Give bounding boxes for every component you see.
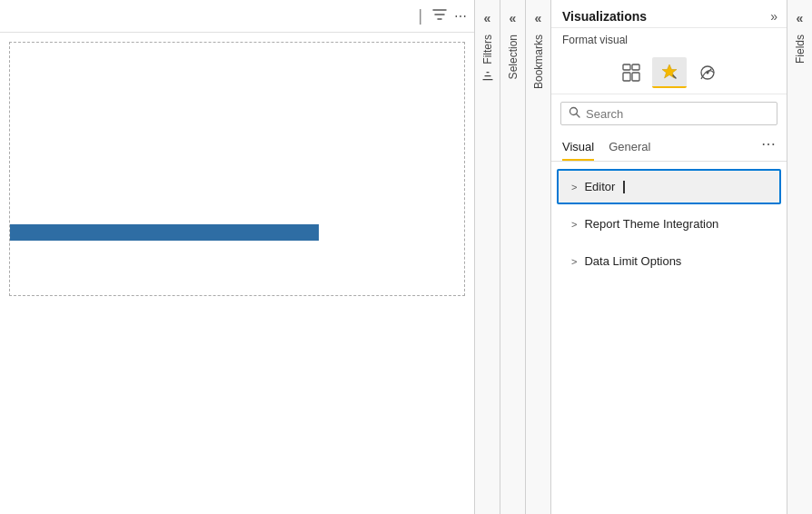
accordion-data-limit-label: Data Limit Options — [584, 254, 681, 268]
build-visual-button[interactable] — [614, 57, 649, 88]
filter-icon[interactable] — [432, 7, 447, 25]
tab-general[interactable]: General — [609, 133, 650, 161]
selection-label[interactable]: Selection — [507, 29, 520, 84]
chevron-data-limit-icon: > — [571, 256, 577, 267]
bar-chart-bar — [10, 224, 319, 241]
more-options-icon[interactable]: ⋯ — [454, 9, 467, 24]
viz-panel-title: Visualizations — [562, 9, 647, 24]
selection-collapse-btn[interactable]: « — [506, 7, 520, 29]
visualizations-panel: Visualizations » Format visual — [550, 0, 787, 514]
canvas-toolbar: │ ⋯ — [0, 0, 474, 33]
filters-label[interactable]: Filters — [481, 29, 494, 87]
accordion-report-theme-label: Report Theme Integration — [584, 217, 718, 231]
accordion-editor-label: Editor — [584, 180, 615, 193]
accordion-item-report-theme[interactable]: > Report Theme Integration — [557, 206, 781, 242]
chevron-editor-icon: > — [571, 182, 577, 193]
format-visual-button[interactable] — [652, 57, 687, 88]
analytics-button[interactable] — [690, 57, 725, 88]
viz-header-actions: » — [770, 9, 777, 24]
search-icon — [569, 106, 580, 121]
filters-panel[interactable]: « Filters — [474, 0, 500, 514]
viz-header: Visualizations » — [551, 0, 787, 28]
selection-panel[interactable]: « Selection — [500, 0, 525, 514]
viz-subtitle: Format visual — [551, 28, 787, 52]
svg-line-7 — [577, 114, 580, 118]
cursor-icon[interactable]: │ — [417, 9, 425, 24]
bookmarks-panel[interactable]: « Bookmarks — [525, 0, 550, 514]
chevron-report-theme-icon: > — [571, 219, 577, 230]
search-box[interactable] — [560, 102, 777, 125]
canvas-content — [0, 33, 474, 514]
format-icons-row — [551, 52, 787, 94]
accordion-item-editor[interactable]: > Editor — [557, 169, 781, 204]
viz-expand-btn[interactable]: » — [770, 9, 777, 24]
canvas-area: │ ⋯ — [0, 0, 474, 514]
bookmarks-label[interactable]: Bookmarks — [532, 29, 545, 94]
search-input[interactable] — [586, 107, 769, 121]
accordion-list: > Editor > Report Theme Integration > Da… — [551, 162, 787, 514]
fields-panel[interactable]: « Fields — [787, 0, 812, 514]
accordion-item-data-limit[interactable]: > Data Limit Options — [557, 243, 781, 279]
tab-visual[interactable]: Visual — [562, 133, 594, 161]
svg-rect-3 — [632, 73, 639, 81]
visual-canvas[interactable] — [9, 42, 465, 296]
filters-collapse-btn[interactable]: « — [480, 7, 495, 29]
svg-rect-2 — [623, 73, 630, 81]
bookmarks-collapse-btn[interactable]: « — [531, 7, 546, 29]
svg-rect-0 — [623, 64, 630, 70]
svg-rect-1 — [632, 64, 639, 70]
text-cursor — [623, 181, 625, 193]
fields-label[interactable]: Fields — [794, 29, 807, 69]
tab-more-btn[interactable]: ⋯ — [761, 135, 776, 158]
fields-collapse-btn[interactable]: « — [793, 7, 807, 29]
tabs-row: Visual General ⋯ — [551, 133, 787, 162]
